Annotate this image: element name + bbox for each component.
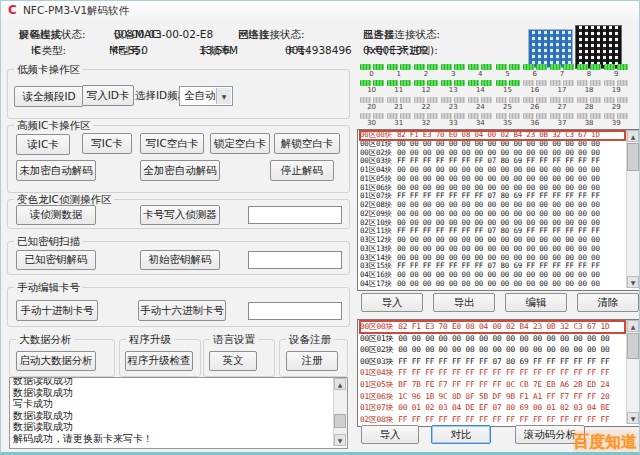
key-indicator-icon <box>481 97 492 103</box>
language-english-button[interactable]: 英文 <box>209 351 257 371</box>
read-full-band-id-button[interactable]: 读全频段ID <box>14 86 84 107</box>
sector-number: 32 <box>412 119 439 127</box>
manual-card-input[interactable] <box>248 302 342 320</box>
hex-row: 04区17块00 00 00 00 00 00 00 00 00 00 00 0… <box>360 280 625 289</box>
app-window: C NFC-PM3-V1解码软件 设备连接状态: 解码模式 设备MAC: 00-… <box>0 0 640 455</box>
key-indicator-icon <box>414 97 425 103</box>
hex-row: 00区01块00 00 00 00 00 00 00 00 00 00 00 0… <box>360 333 625 345</box>
hex-top-scroll-thumb[interactable] <box>627 143 639 171</box>
key-indicator-icon <box>590 113 601 119</box>
stop-decode-button[interactable]: 停止解码 <box>270 160 334 181</box>
key-indicator-icon <box>427 64 438 70</box>
write-card-to-detector-button[interactable]: 卡号写入侦测器 <box>140 205 220 225</box>
scroll-down-icon[interactable]: ▼ <box>627 276 639 288</box>
chameleon-input[interactable] <box>248 206 342 224</box>
sector-number: 29 <box>603 103 630 111</box>
lock-blank-card-button[interactable]: 锁定空白卡 <box>210 133 270 154</box>
sector-cell: 14 <box>467 79 494 95</box>
hex-row: 00区02块00 00 00 00 00 00 00 00 00 00 00 0… <box>360 344 625 356</box>
sector-number: 5 <box>494 70 521 78</box>
sector-cell: 16 <box>521 79 548 95</box>
key-indicator-icon <box>481 113 492 119</box>
compare-button[interactable]: 对比 <box>431 425 491 444</box>
upgrade-check-button[interactable]: 程序升级检查 <box>125 351 193 371</box>
key-indicator-icon <box>427 97 438 103</box>
title-bar: C NFC-PM3-V1解码软件 <box>1 1 639 20</box>
clear-button[interactable]: 清除 <box>577 293 639 312</box>
key-indicator-icon <box>536 113 547 119</box>
read-detect-data-button[interactable]: 读侦测数据 <box>16 205 96 225</box>
import-bottom-button[interactable]: 导入 <box>361 425 419 444</box>
sector-cell: 17 <box>548 79 575 95</box>
hex-bottom-scroll-thumb[interactable] <box>627 333 639 359</box>
known-key-input[interactable] <box>248 251 342 269</box>
sector-number: 35 <box>494 119 521 127</box>
log-scroll-thumb[interactable] <box>334 414 346 428</box>
log-line: 解码成功，请更换新卡来写卡！ <box>13 433 331 445</box>
hex-row: 01区07块00 01 02 03 04 DE EF 07 80 69 00 0… <box>360 402 625 414</box>
export-button[interactable]: 导出 <box>433 293 495 312</box>
group-manual-card: 手动编辑卡号 手动十进制卡号 手动十六进制卡号 <box>7 287 350 327</box>
hex-top-scrollbar[interactable]: ▲ ▼ <box>626 130 640 288</box>
start-big-data-button[interactable]: 启动大数据分析 <box>16 351 96 371</box>
scroll-up-icon[interactable]: ▲ <box>627 320 639 332</box>
hex-rows-top: 00区00块82 F1 E3 70 E0 08 04 00 02 B4 23 0… <box>360 131 625 289</box>
scroll-down-icon[interactable]: ▼ <box>334 434 346 446</box>
group-chameleon: 变色龙IC侦测操作区 读侦测数据 卡号写入侦测器 <box>7 199 350 229</box>
key-indicator-icon <box>590 64 601 70</box>
sector-number: 28 <box>576 103 603 111</box>
id-band-select[interactable]: 全自动 ▼ <box>179 86 233 106</box>
sector-cell: 35 <box>494 112 521 128</box>
log-scrollbar[interactable]: ▲ ▼ <box>333 378 347 446</box>
edit-button[interactable]: 编辑 <box>505 293 567 312</box>
scroll-down-icon[interactable]: ▼ <box>627 412 639 424</box>
hex-row: 01区04块FF FF FF FF FF FF FF FF FF FF FF F… <box>360 367 625 379</box>
group-register-title: 设备注册 <box>286 333 334 347</box>
scroll-up-icon[interactable]: ▲ <box>627 130 639 142</box>
key-indicator-icon <box>536 64 547 70</box>
sector-cell: 4 <box>467 63 494 79</box>
write-ic-blank-button[interactable]: 写IC空白卡 <box>140 133 204 154</box>
known-key-decode-button[interactable]: 已知密钥解码 <box>16 250 96 270</box>
key-indicator-icon <box>454 113 465 119</box>
register-button[interactable]: 注册 <box>286 351 338 371</box>
sector-cell: 18 <box>576 79 603 95</box>
group-hf-title: 高频IC卡操作区 <box>14 119 93 133</box>
hex-bottom-scrollbar[interactable]: ▲ ▼ <box>626 320 640 424</box>
sector-grid: 0123456789101112131415161718192021222324… <box>358 63 631 128</box>
sector-number: 6 <box>521 70 548 78</box>
sector-number: 17 <box>548 86 575 94</box>
sector-cell: 36 <box>521 112 548 128</box>
read-ic-button[interactable]: 读IC卡 <box>16 134 70 155</box>
sector-number: 8 <box>576 70 603 78</box>
sector-cell: 0 <box>358 63 385 79</box>
write-ic-button[interactable]: 写IC卡 <box>82 133 132 154</box>
import-button[interactable]: 导入 <box>361 293 423 312</box>
sector-cell: 39 <box>603 112 630 128</box>
key-indicator-icon <box>577 97 588 103</box>
group-hf-ic: 高频IC卡操作区 读IC卡 写IC卡 写IC空白卡 锁定空白卡 解锁空白卡 未加… <box>7 125 350 193</box>
sector-number: 20 <box>358 103 385 111</box>
unencrypted-auto-decode-button[interactable]: 未加密自动解码 <box>16 160 96 181</box>
initial-key-decode-button[interactable]: 初始密钥解码 <box>140 250 220 270</box>
sector-cell: 10 <box>358 79 385 95</box>
sector-number: 23 <box>440 103 467 111</box>
manual-hex-card-button[interactable]: 手动十六进制卡号 <box>138 300 226 321</box>
unlock-blank-card-button[interactable]: 解锁空白卡 <box>274 133 340 154</box>
encrypted-auto-decode-button[interactable]: 全加密自动解码 <box>140 160 220 181</box>
chevron-down-icon[interactable]: ▼ <box>216 88 231 104</box>
group-lf-title: 低频卡操作区 <box>14 63 83 77</box>
write-id-card-button[interactable]: 写入ID卡 <box>82 85 134 106</box>
scroll-up-icon[interactable]: ▲ <box>334 378 346 390</box>
log-lines: 数据读取成功数据读取成功写卡成功数据读取成功数据读取成功解码成功，请更换新卡来写… <box>13 377 331 444</box>
hex-rows-bottom: 00区00块82 F1 E3 70 E0 08 04 00 02 B4 23 0… <box>360 321 625 425</box>
log-line: 数据读取成功 <box>13 387 331 399</box>
sector-number: 21 <box>385 103 412 111</box>
manual-decimal-card-button[interactable]: 手动十进制卡号 <box>16 300 98 321</box>
group-language-title: 语言设置 <box>210 333 258 347</box>
log-output[interactable]: 数据读取成功数据读取成功写卡成功数据读取成功数据读取成功解码成功，请更换新卡来写… <box>9 377 348 449</box>
sector-number: 37 <box>548 119 575 127</box>
sector-cell: 8 <box>576 63 603 79</box>
group-big-data: 大数据分析 启动大数据分析 <box>9 339 115 377</box>
sector-number: 34 <box>467 119 494 127</box>
